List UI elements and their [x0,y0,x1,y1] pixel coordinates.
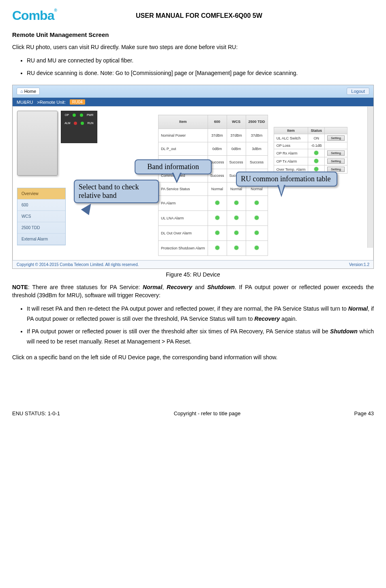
crumb-current: >Remote Unit: [37,100,66,105]
status-ok-icon [234,231,238,235]
status-ok-icon [314,159,318,163]
closing-paragraph: Click on a specific band on the left sid… [12,353,374,362]
status-ok-icon [215,201,219,205]
table-row: DL P_out0dBm0dBm3dBm [159,142,268,155]
list-item: If PA output power or reflected power is… [27,326,374,347]
sidebar-item-wcs[interactable]: WCS [17,211,65,222]
status-ok-icon [255,216,259,220]
note-list: It will reset PA and then re-detect the … [27,304,374,347]
home-button[interactable]: Home [17,88,40,95]
setting-button[interactable]: Setting [327,150,345,156]
crumb-root[interactable]: MU&RU [17,100,33,105]
note-paragraph: NOTE: There are three statuses for PA Se… [12,283,374,299]
sidebar-item-600[interactable]: 600 [17,200,65,211]
app-content: OPPWR ALMRUN Overview600WCS2500 TDDExter… [13,106,373,260]
status-ok-icon [255,231,259,235]
copyright-text: Copyright © 2014-2015 Comba Telecom Limi… [17,262,139,267]
status-ok-icon [314,151,318,155]
status-ok-icon [215,231,219,235]
callout-band-info: Band information [135,159,212,174]
led-alm-icon [74,122,77,125]
led-op-icon [73,114,76,117]
status-ok-icon [255,246,259,250]
status-ok-icon [234,216,238,220]
table-row: OP Loss-0.1dB [274,142,347,149]
led-run-icon [81,122,84,125]
table-row: UL ALC SwitchONSetting [274,134,347,142]
sidebar-item-overview[interactable]: Overview [17,188,65,200]
table-header: Item [274,127,308,134]
list-item: RU device scanning is done. Note: Go to … [27,68,374,78]
status-ok-icon [215,216,219,220]
table-header [325,127,347,134]
page-footer: ENU STATUS: 1-0-1 Copyright - refer to t… [12,410,374,416]
prerequisite-list: RU and MU are connected by optical fiber… [27,56,374,78]
table-row: Protection Shutdown Alarm [159,241,268,256]
app-topbar: Home Logout [13,85,373,98]
table-row: OP Tx AlarmSetting [274,157,347,165]
callout-select-band: Select band to check relative band [74,180,159,203]
ru-badge: RU04 [70,99,85,105]
logout-button[interactable]: Logout [347,88,369,95]
section-title: Remote Unit Management Screen [12,31,374,38]
table-header: 2500 TDD [246,115,268,129]
table-header: 600 [208,115,227,129]
figure-caption: Figure 45: RU Device [12,271,374,278]
manual-title: USER MANUAL FOR COMFLEX-6Q00 5W [24,12,374,19]
status-ok-icon [255,201,259,205]
status-ok-icon [215,246,219,250]
table-header: WCS [227,115,246,129]
status-ok-icon [314,167,318,171]
setting-button[interactable]: Setting [327,135,345,141]
table-row: Nominal Power37dBm37dBm37dBm [159,129,268,142]
sidebar-item-2500-tdd[interactable]: 2500 TDD [17,222,65,234]
page-header: Comba® USER MANUAL FOR COMFLEX-6Q00 5W [12,8,374,23]
table-row: PA Alarm [159,196,268,211]
breadcrumb: MU&RU >Remote Unit: RU04 [13,98,373,106]
table-header: Status [308,127,325,134]
callout-common-info: RU common information table [236,172,337,187]
sidebar-item-external-alarm[interactable]: External Alarm [17,234,65,245]
ru-status-table: ItemStatusUL ALC SwitchONSettingOP Loss-… [274,127,347,174]
footer-center: Copyright - refer to title page [174,410,240,416]
scrollbar[interactable] [367,107,373,248]
led-pwr-icon [80,114,83,117]
table-row: DL Out Over Alarm [159,226,268,241]
status-ok-icon [234,201,238,205]
status-ok-icon [234,246,238,250]
table-row: UL LNA Alarm [159,211,268,226]
ru-device-photo[interactable] [17,111,58,176]
led-panel: OPPWR ALMRUN [61,111,97,143]
list-item: It will reset PA and then re-detect the … [27,304,374,324]
app-footer: Copyright © 2014-2015 Comba Telecom Limi… [13,260,373,268]
setting-button[interactable]: Setting [327,159,345,164]
table-header: Item [159,115,208,129]
footer-right: Page 43 [354,410,374,416]
list-item: RU and MU are connected by optical fiber… [27,56,374,66]
band-sidebar: Overview600WCS2500 TDDExternal Alarm [17,188,66,245]
footer-left: ENU STATUS: 1-0-1 [12,410,60,416]
table-row: OP Rx AlarmSetting [274,149,347,157]
version-text: Version:1.2 [349,262,369,267]
app-screenshot: Home Logout MU&RU >Remote Unit: RU04 OPP… [12,85,374,269]
intro-paragraph: Click RU photo, users can visit RU direc… [12,43,374,52]
